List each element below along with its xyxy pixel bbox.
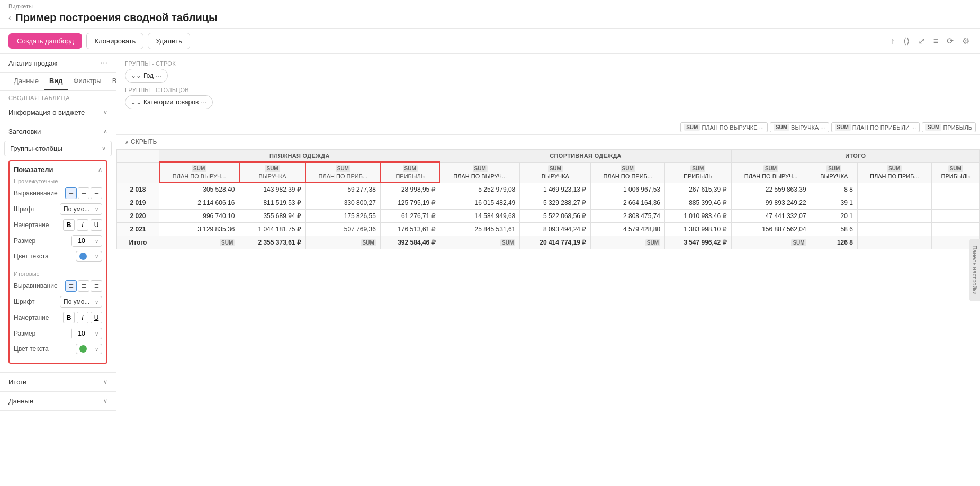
col-header-row: SUMПЛАН ПО ВЫРУЧ... SUMВЫРУЧКА SUMПЛАН П… bbox=[117, 162, 980, 183]
val-5: 25 845 531,61 bbox=[440, 223, 520, 236]
total-underline-button[interactable]: U bbox=[91, 312, 102, 323]
size-input[interactable] bbox=[72, 236, 91, 246]
total-size-row: Размер ∨ bbox=[14, 328, 102, 339]
total-align-left-button[interactable]: ☰ bbox=[65, 280, 77, 292]
val-4: 176 513,61 ₽ bbox=[380, 223, 440, 236]
val-3: 330 800,27 bbox=[305, 196, 380, 210]
total-text-color-dot bbox=[79, 345, 87, 353]
analysis-item[interactable]: Анализ продаж ··· bbox=[0, 54, 116, 72]
beach-group-header: ПЛЯЖНАЯ ОДЕЖДА bbox=[159, 150, 440, 163]
footer-row: Итого SUM 2 355 373,61 ₽ SUM 392 584,46 … bbox=[117, 236, 980, 249]
total-font-select[interactable]: По умо... ∨ bbox=[60, 296, 102, 308]
footer-val-8: 3 547 996,42 ₽ bbox=[665, 236, 732, 249]
table-wrapper[interactable]: ПЛЯЖНАЯ ОДЕЖДА СПОРТИВНАЯ ОДЕЖДА ИТОГО S… bbox=[116, 149, 980, 486]
widget-info-label: Информация о виджете bbox=[8, 109, 85, 116]
total-size-down-button[interactable]: ∨ bbox=[91, 331, 102, 337]
val-1: 305 528,40 bbox=[159, 183, 239, 196]
year-2021: 2 021 bbox=[117, 223, 159, 236]
total-profit-plan-header: SUMПЛАН ПО ПРИБ... bbox=[857, 162, 931, 183]
val-10: 8 8 bbox=[811, 183, 857, 196]
year-2019: 2 019 bbox=[117, 196, 159, 210]
indicators-title: Показатели bbox=[14, 166, 53, 174]
size-control: ∨ bbox=[71, 235, 102, 247]
val-3: 507 769,36 bbox=[305, 223, 380, 236]
italic-button[interactable]: I bbox=[77, 219, 88, 231]
create-dashboard-button[interactable]: Создать дашборд bbox=[8, 33, 82, 49]
year-2018: 2 018 bbox=[117, 183, 159, 196]
menu-icon[interactable]: ≡ bbox=[931, 34, 940, 48]
val-4: 28 998,95 ₽ bbox=[380, 183, 440, 196]
total-bold-button[interactable]: B bbox=[63, 312, 75, 323]
history-icon[interactable]: ⟳ bbox=[945, 34, 956, 48]
data-header[interactable]: Данные ∨ bbox=[0, 392, 116, 410]
size-row: Размер ∨ bbox=[14, 235, 102, 247]
text-color-control[interactable]: ∨ bbox=[76, 251, 102, 262]
align-left-button[interactable]: ☰ bbox=[65, 187, 77, 199]
val-12 bbox=[931, 196, 979, 210]
style-row: Начертание B I U bbox=[14, 219, 102, 231]
page-title: Пример построения сводной таблицы bbox=[15, 12, 218, 24]
summary-label-4: ПРИБЫЛЬ bbox=[943, 124, 972, 131]
summary-label-2: ВЫРУЧКА ··· bbox=[791, 124, 825, 131]
total-font-row: Шрифт По умо... ∨ bbox=[14, 296, 102, 308]
settings-panel-handle[interactable]: Панель настройки bbox=[969, 239, 980, 301]
back-button[interactable]: ‹ bbox=[8, 13, 11, 23]
col-dropdown-icon: ⌄⌄ bbox=[131, 98, 141, 106]
tab-filters[interactable]: Фильтры bbox=[68, 73, 107, 90]
headers-header[interactable]: Заголовки ∧ bbox=[0, 122, 116, 141]
totals-header[interactable]: Итоги ∨ bbox=[0, 373, 116, 391]
col-groups-label: ГРУППЫ - СТОЛБЦОВ bbox=[125, 87, 972, 93]
footer-val-9: SUM bbox=[731, 236, 811, 249]
font-select[interactable]: По умо... ∨ bbox=[60, 203, 102, 215]
val-1: 3 129 835,36 bbox=[159, 223, 239, 236]
total-italic-button[interactable]: I bbox=[77, 312, 88, 323]
underline-button[interactable]: U bbox=[91, 219, 102, 231]
col-group-dots-icon[interactable]: ··· bbox=[201, 98, 207, 106]
summary-item-2: SUM ВЫРУЧКА ··· bbox=[770, 122, 829, 132]
val-8: 267 615,39 ₽ bbox=[665, 183, 732, 196]
total-text-color-control[interactable]: ∨ bbox=[76, 344, 102, 354]
tab-view[interactable]: Вид bbox=[44, 73, 68, 90]
divider bbox=[14, 266, 102, 266]
total-style-label: Начертание bbox=[14, 314, 51, 321]
bold-button[interactable]: B bbox=[63, 219, 75, 231]
column-groups-header[interactable]: Группы-столбцы ∨ bbox=[4, 141, 112, 156]
align-right-button[interactable]: ☰ bbox=[91, 187, 102, 199]
delete-button[interactable]: Удалить bbox=[148, 33, 190, 49]
footer-val-5: SUM bbox=[440, 236, 520, 249]
val-4: 125 795,19 ₽ bbox=[380, 196, 440, 210]
widget-info-header[interactable]: Информация о виджете ∨ bbox=[0, 103, 116, 122]
upload-icon[interactable]: ↑ bbox=[888, 34, 897, 48]
breadcrumb-text[interactable]: Виджеты bbox=[8, 3, 33, 10]
footer-val-4: 392 584,46 ₽ bbox=[380, 236, 440, 249]
hide-arrow-icon: ∧ bbox=[125, 139, 129, 145]
expand-icon[interactable]: ⤢ bbox=[916, 34, 927, 48]
val-1: 2 114 606,16 bbox=[159, 196, 239, 210]
size-down-button[interactable]: ∨ bbox=[91, 238, 102, 244]
text-color-dot bbox=[79, 253, 87, 260]
clone-button[interactable]: Клонировать bbox=[86, 33, 143, 49]
total-align-center-button[interactable]: ☰ bbox=[78, 280, 89, 292]
row-group-tag[interactable]: ⌄⌄ Год ··· bbox=[125, 69, 168, 83]
row-group-dots-icon[interactable]: ··· bbox=[156, 71, 162, 80]
row-groups-row: ⌄⌄ Год ··· bbox=[125, 69, 972, 83]
table-row: 2 021 3 129 835,36 1 044 181,75 ₽ 507 76… bbox=[117, 223, 980, 236]
headers-arrow-icon: ∧ bbox=[103, 128, 107, 135]
tab-data[interactable]: Данные bbox=[8, 73, 44, 90]
align-center-button[interactable]: ☰ bbox=[78, 187, 89, 199]
year-col-header bbox=[117, 162, 159, 183]
share-icon[interactable]: ⟨⟩ bbox=[901, 34, 912, 48]
hide-button[interactable]: ∧ СКРЫТЬ bbox=[116, 135, 980, 149]
size-label: Размер bbox=[14, 237, 51, 245]
indicators-arrow-icon[interactable]: ∧ bbox=[98, 166, 102, 173]
summary-item-4: SUM ПРИБЫЛЬ bbox=[922, 122, 976, 132]
val-10: 20 1 bbox=[811, 210, 857, 223]
col-group-tag[interactable]: ⌄⌄ Категории товаров ··· bbox=[125, 95, 213, 109]
settings-icon[interactable]: ⚙ bbox=[960, 34, 972, 48]
totals-label: Итоги bbox=[8, 378, 26, 386]
tab-all[interactable]: Все bbox=[107, 73, 116, 90]
total-size-input[interactable] bbox=[72, 328, 91, 339]
total-align-right-button[interactable]: ☰ bbox=[91, 280, 102, 292]
font-select-arrow-icon: ∨ bbox=[95, 206, 98, 212]
analysis-dots-icon[interactable]: ··· bbox=[101, 58, 107, 68]
